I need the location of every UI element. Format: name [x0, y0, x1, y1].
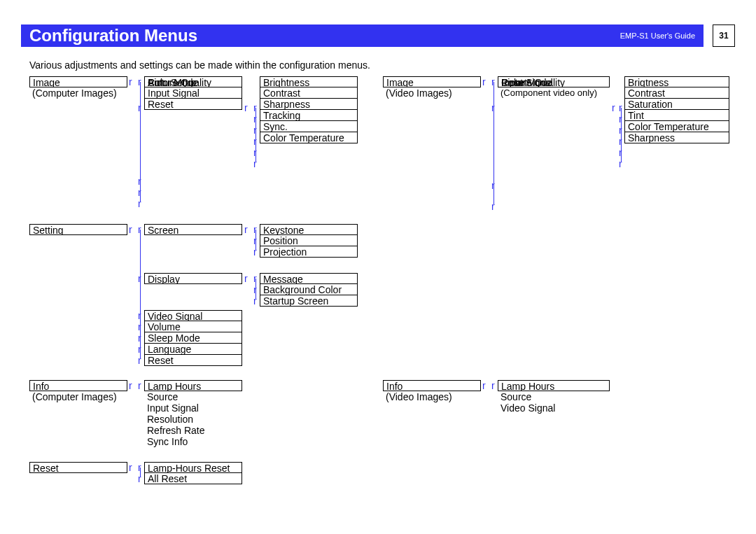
item-input-signal: Input Signal: [144, 87, 242, 99]
item-saturation-r: Saturation: [624, 99, 729, 110]
item-refresh: Refresh Rate: [144, 425, 242, 436]
item-sync: Sync.: [260, 121, 358, 132]
menu-info: Info: [29, 380, 127, 391]
menu-image-sub: (Computer Images): [29, 87, 127, 99]
menu-info-sub: (Computer Images): [29, 391, 127, 402]
item-contrast-r: Contrast: [624, 87, 729, 99]
menu-image-video-sub: (Video Images): [383, 87, 481, 99]
item-screen: Screen: [144, 224, 242, 235]
item-volume: Volume: [144, 321, 242, 332]
item-brightness-r: Brigtness: [624, 76, 729, 87]
item-message: Message: [260, 273, 358, 284]
item-color-temp-r: Color Temperature: [624, 121, 729, 132]
item-bg-color: Background Color: [260, 284, 358, 295]
item-brightness: Brightness: [260, 76, 358, 87]
item-source: Source: [144, 391, 242, 402]
item-input-signal: Input Signal: [144, 402, 242, 414]
item-reset-r: Reset: [498, 76, 610, 87]
item-video-signal-r: Video Signal: [498, 402, 610, 414]
item-tracking: Tracking: [260, 110, 358, 121]
item-reset: Reset: [144, 355, 242, 366]
item-reset: Reset: [144, 99, 242, 110]
item-position: Position: [260, 235, 358, 246]
menu-info-video: Info: [383, 380, 481, 391]
item-sync-info: Sync Info: [144, 436, 242, 447]
menu-image-video: Image: [383, 76, 481, 87]
intro-text: Various adjustments and settings can be …: [29, 59, 735, 71]
page-title: Configuration Menus: [29, 26, 197, 45]
item-color-temp: Color Temperature: [260, 132, 358, 143]
item-sleep-mode: Sleep Mode: [144, 332, 242, 344]
menu-reset: Reset: [29, 462, 127, 473]
menu-setting: Setting: [29, 224, 127, 235]
item-auto-setup: Auto Setup: [144, 76, 242, 87]
item-all-reset: All Reset: [144, 473, 242, 484]
item-source-r: Source: [498, 391, 610, 402]
item-lamp-hours: Lamp Hours: [144, 380, 242, 391]
header: 31 Configuration Menus EMP-S1 User's Gui…: [21, 24, 735, 47]
item-video-signal: Video Signal: [144, 310, 242, 321]
item-tint-r: Tint: [624, 110, 729, 121]
item-sharpness: Sharpness: [260, 99, 358, 110]
item-lamp-reset: Lamp-Hours Reset: [144, 462, 242, 473]
item-projection: Projection: [260, 246, 358, 258]
item-startup: Startup Screen: [260, 295, 358, 307]
item-contrast: Contrast: [260, 87, 358, 99]
page-number: 31: [713, 24, 735, 47]
item-resolution: Resolution: [144, 414, 242, 425]
item-input-signal-r-sub: (Component video only): [498, 87, 610, 99]
item-sharpness-r: Sharpness: [624, 132, 729, 143]
item-language: Language: [144, 344, 242, 355]
guide-label: EMP-S1 User's Guide: [620, 31, 695, 40]
menu-info-video-sub: (Video Images): [383, 391, 481, 402]
menu-image: Image: [29, 76, 127, 87]
header-bar: Configuration Menus EMP-S1 User's Guide: [21, 24, 704, 47]
item-keystone: Keystone: [260, 224, 358, 235]
item-lamp-hours-r: Lamp Hours: [498, 380, 610, 391]
item-display: Display: [144, 273, 242, 284]
